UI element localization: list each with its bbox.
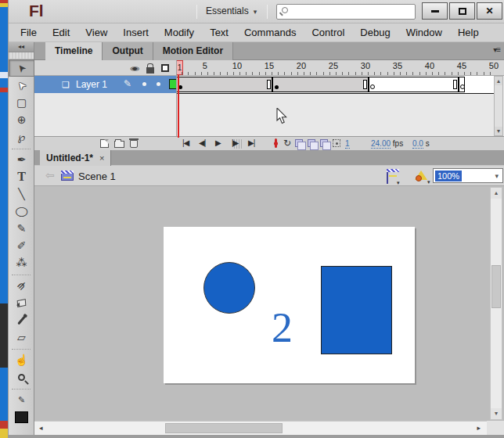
playhead-line[interactable] [178, 75, 179, 138]
menu-insert[interactable]: Insert [115, 24, 157, 41]
search-box[interactable] [276, 4, 416, 20]
minimize-button[interactable] [422, 2, 448, 20]
menu-edit[interactable]: Edit [45, 24, 77, 41]
column-divider[interactable] [176, 60, 177, 136]
scroll-up-icon[interactable]: ▴ [491, 188, 502, 199]
lock-icon[interactable] [146, 67, 154, 74]
onion-skin-outlines-icon[interactable] [308, 139, 315, 147]
bone-tool[interactable]: ⋔ [9, 277, 34, 294]
stage[interactable]: 2 [164, 227, 415, 383]
menu-text[interactable]: Text [202, 24, 236, 41]
onion-skin-icon[interactable] [295, 139, 303, 147]
tab-output[interactable]: Output [103, 42, 153, 60]
scroll-up-icon[interactable]: ▴ [495, 77, 502, 85]
selection-tool[interactable]: ➤ [9, 59, 34, 77]
menu-file[interactable]: File [13, 24, 45, 41]
menu-help[interactable]: Help [450, 24, 487, 41]
stage-square-shape[interactable] [321, 266, 392, 354]
current-frame-counter[interactable]: 1 [345, 139, 350, 149]
frame-ruler[interactable]: 1 5101520253035404550 [176, 60, 494, 76]
new-layer-button[interactable] [100, 139, 109, 148]
zoom-level-select[interactable]: 100% ▾ [433, 168, 503, 183]
go-to-first-frame-button[interactable]: |◀ [182, 138, 189, 147]
layer-row[interactable]: ❏ Layer 1 ✎ [34, 76, 176, 93]
frame-span-31-44[interactable] [369, 77, 459, 92]
eyedropper-tool[interactable] [9, 311, 34, 328]
menu-control[interactable]: Control [304, 24, 352, 41]
fps-value[interactable]: 24.00 [371, 139, 391, 149]
text-tool[interactable]: T [9, 168, 34, 185]
eraser-tool[interactable]: ▱ [9, 328, 34, 346]
scene-breadcrumb[interactable]: Scene 1 [78, 171, 116, 182]
menu-debug[interactable]: Debug [352, 24, 398, 41]
oval-tool[interactable]: ◯ [9, 203, 34, 220]
scroll-left-icon[interactable]: ◂ [39, 424, 43, 432]
line-tool[interactable]: ╲ [9, 185, 34, 203]
tab-close-icon[interactable]: × [99, 153, 104, 163]
menu-view[interactable]: View [77, 24, 115, 41]
document-tab[interactable]: Untitled-1*× [40, 150, 111, 166]
tab-timeline[interactable]: Timeline [45, 42, 103, 60]
show-hide-icon[interactable]: ◉ [130, 65, 139, 72]
scroll-down-icon[interactable]: ▾ [495, 127, 502, 135]
scrollbar-thumb[interactable] [491, 265, 501, 308]
3d-rotation-tool[interactable]: ⊕ [9, 111, 34, 128]
paint-bucket-tool[interactable] [9, 294, 34, 311]
hand-tool[interactable]: ☝ [9, 351, 34, 368]
panel-grip[interactable] [9, 52, 34, 59]
go-to-last-frame-button[interactable]: ▶| [248, 138, 254, 147]
layer-visible-dot[interactable] [142, 82, 146, 86]
outline-icon[interactable] [161, 64, 169, 72]
tab-motion-editor[interactable]: Motion Editor [153, 42, 233, 60]
deco-spray-tool[interactable]: ⁂ [9, 254, 34, 271]
fill-color-swatch[interactable] [9, 408, 34, 425]
scrollbar-thumb[interactable] [165, 423, 283, 433]
pencil-tool[interactable]: ✎ [9, 220, 34, 237]
frame-rate[interactable]: 24.00 fps [371, 139, 403, 148]
edit-multiple-frames-icon[interactable] [320, 139, 328, 147]
canvas-horizontal-scrollbar[interactable]: ◂ ▸ [34, 421, 487, 435]
scroll-down-icon[interactable]: ▾ [491, 408, 502, 419]
play-button[interactable]: ▶ [215, 138, 221, 147]
time-value[interactable]: 0.0 [412, 139, 423, 149]
frame-span-45-45[interactable] [459, 77, 465, 92]
menu-commands[interactable]: Commands [236, 24, 304, 41]
stage-number-text[interactable]: 2 [272, 305, 293, 351]
delete-layer-button[interactable] [130, 139, 138, 148]
search-input[interactable] [293, 5, 412, 18]
brush-tool[interactable]: ✐ [9, 237, 34, 254]
layer-name[interactable]: Layer 1 [76, 79, 107, 90]
loop-playback-icon[interactable]: ↻ [283, 138, 291, 149]
stage-circle-shape[interactable] [203, 262, 255, 314]
modify-markers-icon[interactable] [333, 139, 340, 147]
stroke-color-pencil[interactable]: ✎ [9, 391, 34, 408]
canvas-vertical-scrollbar[interactable]: ▴ ▾ [490, 187, 502, 420]
menu-window[interactable]: Window [398, 24, 450, 41]
collapse-panel-button[interactable]: ◂◂ [9, 42, 34, 52]
workspace-switcher[interactable]: Essentials▾ [206, 5, 257, 16]
step-forward-button[interactable]: |▶ [232, 138, 238, 147]
center-frame-button[interactable] [275, 138, 277, 148]
close-button[interactable]: ✕ [477, 2, 502, 20]
edit-scene-button[interactable]: ▾ [387, 170, 388, 184]
elapsed-time[interactable]: 0.0 s [412, 139, 430, 148]
step-back-button[interactable]: ◀| [199, 138, 205, 147]
maximize-button[interactable] [449, 2, 475, 20]
menu-modify[interactable]: Modify [157, 24, 202, 41]
frame-span-16-30[interactable] [272, 77, 369, 92]
back-arrow-icon[interactable]: ⇦ [45, 169, 55, 181]
pen-tool[interactable]: ✒ [9, 151, 34, 168]
scroll-right-icon[interactable]: ▸ [477, 424, 481, 432]
pasteboard[interactable]: 2 ▴ ▾ [34, 186, 504, 421]
timeline-vertical-scrollbar[interactable]: ▴ ▾ [494, 76, 503, 136]
free-transform-tool[interactable]: ▢ [9, 94, 34, 111]
zoom-tool[interactable] [9, 368, 34, 386]
edit-symbols-button[interactable]: ▾ [415, 169, 429, 181]
panel-menu-icon[interactable]: ▾≡ [493, 45, 500, 54]
subselection-tool[interactable]: ➤ [9, 77, 34, 94]
layer-lock-dot[interactable] [157, 82, 160, 86]
lasso-tool[interactable]: ℘ [9, 128, 34, 145]
layer-frames-row[interactable] [176, 76, 494, 93]
frame-span-1-15[interactable] [176, 77, 272, 92]
new-folder-button[interactable] [114, 139, 124, 148]
